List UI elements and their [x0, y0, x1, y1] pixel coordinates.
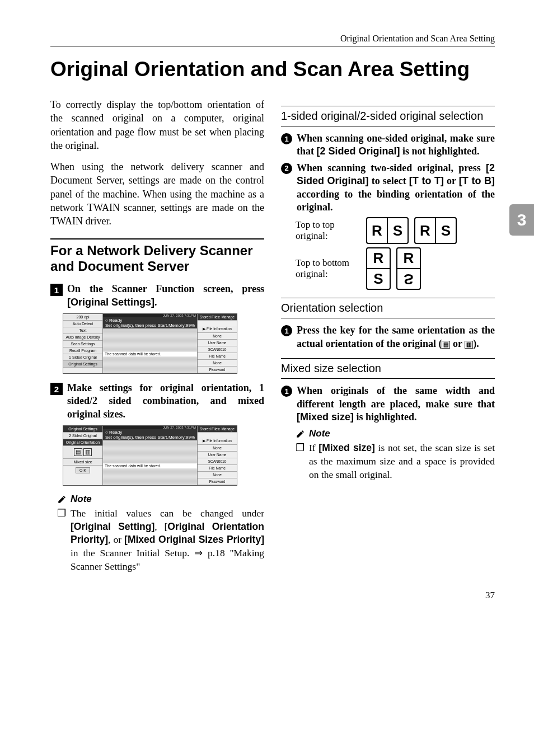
screenshot-scanner-function: 200 dpi Auto Detect Text Auto Image Dens… [63, 313, 237, 374]
orientation-step-1-text: Press the key for the same orientation a… [297, 324, 495, 350]
screenshot-original-settings: Original Settings 2 Sided Original Origi… [63, 425, 237, 486]
page-number: 37 [50, 590, 495, 601]
note-heading: Note [57, 494, 264, 505]
step-2-text: Make settings for original orientation, … [67, 382, 264, 421]
intro-para-2: When using the network delivery scanner … [50, 160, 264, 228]
orientation-step-1: 1 [281, 325, 292, 336]
subhead-mixed-size: Mixed size selection [281, 358, 495, 379]
subhead-orientation: Orientation selection [281, 298, 495, 318]
intro-para-1: To correctly display the top/bottom orie… [50, 98, 264, 152]
top-to-top-diagram: RS RS [366, 217, 457, 244]
page-title: Original Orientation and Scan Area Setti… [50, 58, 495, 81]
mixed-step-1-text: When originals of the same width and dif… [297, 384, 495, 424]
section-heading: For a Network Delivery Scanner and Docum… [50, 238, 264, 275]
pencil-icon [296, 429, 306, 439]
mixed-step-1: 1 [281, 386, 292, 397]
step-1-text: On the Scanner Function screen, press [O… [67, 283, 264, 309]
orientation-icon-a: ▤ [442, 341, 450, 349]
step-number-1: 1 [50, 284, 63, 296]
top-to-bottom-diagram: RS RS [366, 247, 421, 290]
sub-step-1: 1 [281, 133, 292, 144]
note-item: ❒ The initial values can be changed unde… [57, 507, 264, 573]
orientation-icon-b: ▥ [465, 341, 473, 349]
pencil-icon [57, 494, 67, 504]
step-number-2: 2 [50, 383, 63, 395]
top-to-bottom-label: Top to bottom original: [296, 257, 357, 280]
note-item-right: ❒ If [Mixed size] is not set, the scan s… [296, 442, 495, 481]
subhead-sided-selection: 1-sided original/2-sided original select… [281, 106, 495, 126]
running-head: Original Orientation and Scan Area Setti… [50, 34, 495, 46]
note-heading-right: Note [296, 428, 495, 439]
top-to-top-label: Top to top original: [296, 219, 357, 242]
sub-step-1-text: When scanning one-sided original, make s… [297, 132, 495, 158]
sub-step-2: 2 [281, 163, 292, 174]
sub-step-2-text: When scanning two-sided original, press … [297, 162, 495, 214]
chapter-tab: 3 [509, 204, 534, 236]
